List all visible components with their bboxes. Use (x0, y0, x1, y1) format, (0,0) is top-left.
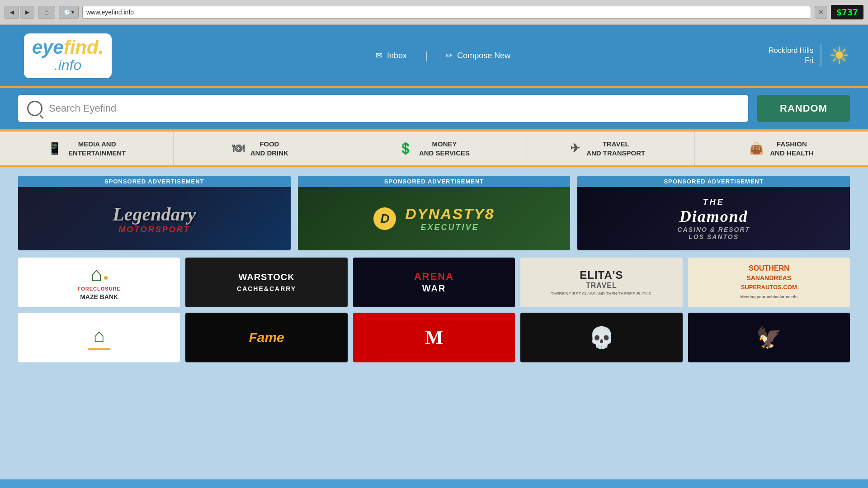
nav-separator: | (425, 49, 428, 62)
search-icon (27, 101, 42, 116)
home-roof-icon: ⌂ (94, 325, 105, 347)
cat-travel-transport[interactable]: ✈ TRAVELAND TRANSPORT (521, 131, 695, 165)
main-content: SPONSORED ADVERTISEMENT Legendary MOTORS… (0, 167, 868, 479)
warstock-text: WARSTOCKCACHE&CARRY (237, 272, 296, 293)
cat-travel-label: TRAVELAND TRANSPORT (586, 140, 645, 157)
ads-row: SPONSORED ADVERTISEMENT Legendary MOTORS… (18, 176, 850, 250)
maze-bank-text: MAZE BANK (80, 293, 118, 300)
random-button[interactable]: RANDOM (757, 95, 850, 122)
ad-label-1: SPONSORED ADVERTISEMENT (18, 176, 291, 187)
cat-fashion-health[interactable]: 👜 FASHIONAND HEALTH (695, 131, 868, 165)
address-bar[interactable]: www.eyefind.info (82, 6, 811, 19)
header-nav: ✉ Inbox | ✏ Compose New (145, 49, 741, 62)
elitas-name: ELITA'S (551, 269, 652, 282)
dot-icon (104, 276, 108, 280)
home-button[interactable]: ⌂ (38, 6, 55, 19)
elitas-content: ELITA'S TRAVEL THERE'S FIRST CLASS AND T… (551, 269, 652, 296)
search-section: Search Eyefind RANDOM (0, 88, 868, 131)
inbox-link[interactable]: ✉ Inbox (376, 51, 407, 61)
cat-media-label: MEDIA ANDENTERTAINMENT (68, 140, 126, 157)
legendary-name: Legendary (113, 203, 196, 225)
diamond-brand: THE Diamond CASINO & RESORTLOS SANTOS (677, 197, 750, 240)
food-icon: 🍽 (232, 141, 244, 156)
search-placeholder: Search Eyefind (49, 103, 116, 114)
page-content: eyefind. .info ✉ Inbox | ✏ Compose New R… (0, 25, 868, 488)
biz-metro[interactable]: M (353, 313, 515, 362)
logo-info: .info (32, 57, 104, 74)
cat-food-drink[interactable]: 🍽 FOODAND DRINK (174, 131, 347, 165)
biz-maze-bank[interactable]: ⌂ FORECLOSURE MAZE BANK (18, 258, 180, 307)
location-text: Rockford Hills Fri (769, 46, 813, 66)
dynasty-name: DYNASTY8 (405, 205, 494, 223)
category-nav: 📱 MEDIA ANDENTERTAINMENT 🍽 FOODAND DRINK… (0, 131, 868, 167)
cat-money-label: MONEYAND SERVICES (419, 140, 470, 157)
house-icon: ⌂ (90, 264, 103, 284)
inbox-label: Inbox (387, 51, 407, 61)
dynasty-circle: D (373, 207, 396, 230)
diamond-sub: CASINO & RESORTLOS SANTOS (677, 226, 750, 240)
ad-dynasty8[interactable]: SPONSORED ADVERTISEMENT D DYNASTY8 EXECU… (298, 176, 571, 250)
site-header: eyefind. .info ✉ Inbox | ✏ Compose New R… (0, 25, 868, 88)
dynasty-sub: EXECUTIVE (405, 223, 494, 232)
legendary-sub: MOTORSPORT (113, 225, 196, 235)
elitas-sub: THERE'S FIRST CLASS AND THEN THERE'S ELI… (551, 291, 652, 296)
biz-bird[interactable]: 🦅 (688, 313, 850, 362)
biz-arena[interactable]: ARENAWAR (353, 258, 515, 307)
dynasty-brand: D DYNASTY8 EXECUTIVE (373, 205, 494, 232)
ad-content-dynasty: D DYNASTY8 EXECUTIVE (298, 187, 571, 250)
ad-legendary[interactable]: SPONSORED ADVERTISEMENT Legendary MOTORS… (18, 176, 291, 250)
ad-diamond[interactable]: SPONSORED ADVERTISEMENT THE Diamond CASI… (577, 176, 850, 250)
business-row-2: ⌂ Fame M 💀 🦅 (18, 313, 850, 362)
forward-button[interactable]: ▶ (20, 6, 34, 19)
money-display: $737 (831, 5, 863, 19)
biz-elitas[interactable]: ELITA'S TRAVEL THERE'S FIRST CLASS AND T… (520, 258, 682, 307)
fashion-icon: 👜 (749, 141, 764, 156)
metro-icon: M (425, 327, 443, 348)
bird-icon: 🦅 (756, 325, 782, 350)
business-row-1: ⌂ FORECLOSURE MAZE BANK WARSTOCKCACHE&CA… (18, 258, 850, 307)
back-button[interactable]: ◀ (5, 6, 19, 19)
day-label: Fri (769, 56, 813, 66)
home-content: ⌂ (88, 325, 110, 350)
logo-eye: eye (32, 37, 64, 58)
inbox-icon: ✉ (376, 51, 382, 61)
media-icon: 📱 (47, 141, 62, 156)
weather-section: Rockford Hills Fri ☀ (769, 42, 850, 69)
cat-media-entertainment[interactable]: 📱 MEDIA ANDENTERTAINMENT (0, 131, 174, 165)
southern-text: SOUTHERN SANANDREAS SUPERAUTOS.COM Meeti… (741, 264, 798, 301)
url-text: www.eyefind.info (86, 9, 134, 16)
skull-icon: 💀 (589, 325, 614, 350)
home-bar (88, 348, 110, 350)
cat-money-services[interactable]: 💲 MONEYAND SERVICES (347, 131, 521, 165)
foreclosure-text: FORECLOSURE (78, 286, 121, 291)
legendary-brand: Legendary MOTORSPORT (113, 203, 196, 235)
compose-link[interactable]: ✏ Compose New (446, 51, 510, 61)
close-button[interactable]: ✕ (815, 6, 827, 19)
ad-label-2: SPONSORED ADVERTISEMENT (298, 176, 571, 187)
fame-text: Fame (249, 330, 284, 345)
history-button[interactable]: 🕐 ▾ (59, 6, 79, 19)
city-name: Rockford Hills (769, 46, 813, 56)
biz-home[interactable]: ⌂ (18, 313, 180, 362)
biz-southern[interactable]: SOUTHERN SANANDREAS SUPERAUTOS.COM Meeti… (688, 258, 850, 307)
cat-fashion-label: FASHIONAND HEALTH (770, 140, 813, 157)
diamond-the: THE (677, 197, 750, 207)
biz-warstock[interactable]: WARSTOCKCACHE&CARRY (185, 258, 347, 307)
cat-food-label: FOODAND DRINK (250, 140, 288, 157)
biz-fame[interactable]: Fame (185, 313, 347, 362)
diamond-name: Diamond (677, 207, 750, 226)
arena-text: ARENAWAR (414, 271, 454, 295)
ad-label-3: SPONSORED ADVERTISEMENT (577, 176, 850, 187)
search-bar[interactable]: Search Eyefind (18, 95, 748, 122)
maze-icon-wrapper: ⌂ (90, 264, 108, 284)
compose-label: Compose New (457, 51, 510, 61)
compose-icon: ✏ (446, 51, 453, 61)
logo[interactable]: eyefind. .info (18, 33, 118, 78)
travel-icon: ✈ (570, 141, 580, 156)
elitas-travel: TRAVEL (551, 282, 652, 290)
chevron-down-icon: ▾ (71, 9, 74, 15)
vertical-separator (821, 44, 821, 67)
biz-skull[interactable]: 💀 (520, 313, 682, 362)
nav-buttons: ◀ ▶ (5, 6, 34, 19)
money-icon: 💲 (398, 141, 413, 156)
